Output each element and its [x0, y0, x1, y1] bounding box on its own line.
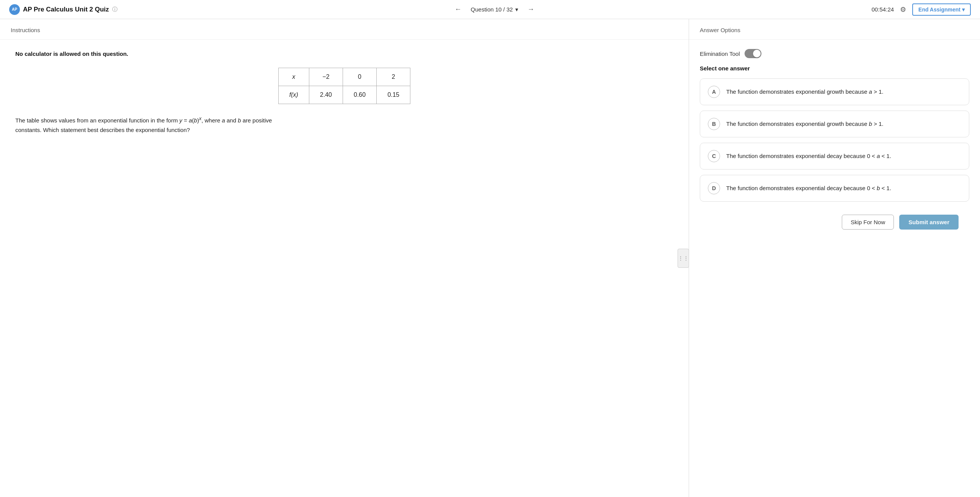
answer-letter-a: A [708, 86, 720, 98]
header-right: 00:54:24 ⚙ End Assignment ▾ [872, 3, 971, 16]
table-cell-060: 0.60 [343, 86, 376, 104]
toggle-knob [753, 50, 761, 57]
header-left: AP AP Pre Calculus Unit 2 Quiz ⓘ [9, 4, 118, 15]
question-nav[interactable]: Question 10 / 32 ▾ [471, 6, 518, 13]
answer-text-d: The function demonstrates exponential de… [726, 184, 891, 193]
answer-options-content: Elimination Tool Select one answer A The… [689, 40, 980, 246]
table-cell-2: 2 [377, 68, 410, 86]
table-cell-neg2: −2 [309, 68, 343, 86]
table-cell-x: x [278, 68, 309, 86]
answer-option-d[interactable]: D The function demonstrates exponential … [700, 175, 969, 202]
skip-button[interactable]: Skip For Now [842, 215, 894, 230]
submit-button[interactable]: Submit answer [899, 215, 959, 230]
values-table: x −2 0 2 f(x) 2.40 0.60 0.15 [278, 68, 411, 104]
no-calculator-notice: No calculator is allowed on this questio… [15, 51, 673, 57]
question-text: The table shows values from an exponenti… [15, 115, 276, 135]
info-icon[interactable]: ⓘ [112, 6, 118, 13]
answer-option-a[interactable]: A The function demonstrates exponential … [700, 78, 969, 105]
instructions-header: Instructions [0, 19, 689, 40]
table-row-fx: f(x) 2.40 0.60 0.15 [278, 86, 410, 104]
instructions-content: No calculator is allowed on this questio… [0, 40, 689, 146]
next-question-button[interactable]: → [524, 4, 537, 15]
prev-question-button[interactable]: ← [452, 4, 465, 15]
settings-icon[interactable]: ⚙ [900, 5, 906, 14]
select-answer-label: Select one answer [700, 65, 969, 72]
table-row-header: x −2 0 2 [278, 68, 410, 86]
dropdown-arrow-icon: ▾ [962, 7, 965, 13]
timer-display: 00:54:24 [872, 6, 894, 13]
table-cell-240: 2.40 [309, 86, 343, 104]
chevron-down-icon: ▾ [515, 6, 518, 13]
right-panel: Answer Options Elimination Tool Select o… [689, 19, 980, 497]
answer-text-c: The function demonstrates exponential de… [726, 152, 891, 161]
table-cell-fx: f(x) [278, 86, 309, 104]
answer-letter-c: C [708, 150, 720, 162]
elimination-tool-label: Elimination Tool [700, 51, 740, 57]
main-content: Instructions No calculator is allowed on… [0, 19, 980, 497]
app-logo: AP [9, 4, 20, 15]
left-panel: Instructions No calculator is allowed on… [0, 19, 689, 497]
quiz-title: AP Pre Calculus Unit 2 Quiz [23, 6, 109, 13]
answer-option-b[interactable]: B The function demonstrates exponential … [700, 111, 969, 137]
drag-handle[interactable]: ⋮⋮ [678, 249, 689, 268]
answer-option-c[interactable]: C The function demonstrates exponential … [700, 143, 969, 169]
table-cell-015: 0.15 [377, 86, 410, 104]
app-header: AP AP Pre Calculus Unit 2 Quiz ⓘ ← Quest… [0, 0, 980, 19]
table-cell-0: 0 [343, 68, 376, 86]
elimination-tool-toggle[interactable] [745, 49, 761, 58]
answer-letter-b: B [708, 118, 720, 130]
answer-text-a: The function demonstrates exponential gr… [726, 88, 884, 96]
header-center: ← Question 10 / 32 ▾ → [452, 4, 537, 15]
elimination-tool-row: Elimination Tool [700, 49, 969, 58]
answer-letter-d: D [708, 182, 720, 194]
answer-text-b: The function demonstrates exponential gr… [726, 120, 884, 129]
end-assignment-button[interactable]: End Assignment ▾ [912, 3, 971, 16]
answer-options-header: Answer Options [689, 19, 980, 40]
bottom-buttons: Skip For Now Submit answer [700, 207, 969, 237]
